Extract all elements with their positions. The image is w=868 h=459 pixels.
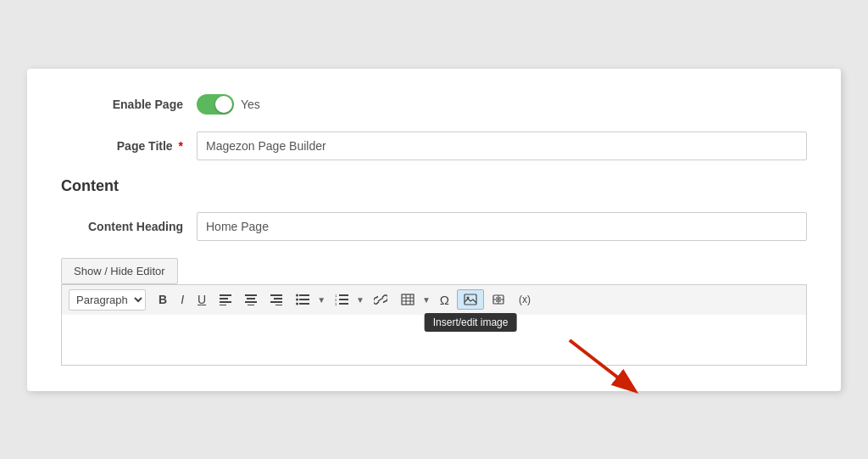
svg-rect-13 <box>299 294 309 296</box>
content-heading-input[interactable] <box>197 212 807 241</box>
page-title-input[interactable] <box>197 132 807 160</box>
enable-page-row: Enable Page Yes <box>61 94 807 115</box>
unordered-list-button[interactable] <box>290 289 315 310</box>
link-icon <box>374 294 387 305</box>
svg-rect-19 <box>339 294 348 296</box>
italic-button[interactable]: I <box>175 288 190 311</box>
ordered-list-button[interactable]: 1. 2. 3. <box>329 289 354 310</box>
svg-rect-9 <box>274 298 282 299</box>
link-button[interactable] <box>368 289 393 310</box>
svg-point-14 <box>296 299 298 301</box>
svg-text:3.: 3. <box>335 302 337 305</box>
svg-rect-23 <box>339 303 348 305</box>
unordered-list-icon <box>296 294 309 305</box>
table-button[interactable] <box>395 289 420 310</box>
svg-rect-10 <box>270 301 282 303</box>
enable-page-toggle[interactable] <box>197 94 234 115</box>
svg-point-12 <box>296 294 298 297</box>
svg-rect-8 <box>270 294 282 296</box>
align-left-icon <box>220 294 231 305</box>
svg-rect-0 <box>220 294 231 296</box>
toggle-slider <box>197 94 234 115</box>
svg-rect-35 <box>496 297 501 299</box>
insert-image-icon <box>464 294 477 305</box>
svg-rect-36 <box>496 300 501 302</box>
table-dropdown-arrow: ▼ <box>422 295 431 305</box>
ol-dropdown-arrow: ▼ <box>356 295 364 305</box>
ordered-list-icon: 1. 2. 3. <box>335 294 348 305</box>
svg-rect-21 <box>339 299 348 300</box>
svg-line-24 <box>378 298 383 301</box>
align-left-button[interactable] <box>214 289 237 310</box>
svg-rect-1 <box>220 298 228 299</box>
insert-image-wrapper: Insert/edit image <box>457 289 484 310</box>
page-title-row: Page Title * <box>61 132 807 160</box>
enable-page-label: Enable Page <box>61 98 197 111</box>
svg-rect-15 <box>299 299 309 300</box>
variable-button[interactable]: (x) <box>513 289 537 310</box>
insert-image-button[interactable] <box>457 289 484 310</box>
svg-rect-30 <box>465 294 476 305</box>
toggle-wrapper: Yes <box>197 94 260 115</box>
special-char-button[interactable]: Ω <box>434 288 455 311</box>
paragraph-select[interactable]: Paragraph <box>69 289 146 311</box>
editor-area[interactable] <box>61 315 807 366</box>
toggle-yes-label: Yes <box>241 98 260 111</box>
editor-toolbar: Paragraph B I U <box>61 284 807 315</box>
show-hide-row: Show / Hide Editor <box>61 258 807 284</box>
svg-rect-6 <box>245 301 257 303</box>
content-heading-row: Content Heading <box>61 212 807 241</box>
content-section-heading: Content <box>61 177 807 195</box>
align-center-icon <box>245 294 257 305</box>
align-right-button[interactable] <box>264 289 288 310</box>
svg-point-16 <box>296 303 298 305</box>
underline-button[interactable]: U <box>192 288 212 311</box>
align-center-button[interactable] <box>239 289 263 310</box>
svg-rect-17 <box>299 303 309 305</box>
align-right-icon <box>270 294 282 305</box>
svg-rect-25 <box>402 294 414 305</box>
required-star: * <box>175 139 183 153</box>
svg-rect-7 <box>248 305 254 305</box>
table-icon <box>401 294 415 305</box>
bold-button[interactable]: B <box>153 288 173 311</box>
insert-widget-icon <box>492 294 505 305</box>
svg-rect-2 <box>220 301 231 303</box>
page-title-label: Page Title * <box>61 139 197 153</box>
main-card: Enable Page Yes Page Title * Content Con… <box>27 69 841 391</box>
svg-rect-5 <box>247 298 255 299</box>
content-heading-label: Content Heading <box>61 220 197 233</box>
svg-rect-4 <box>245 294 257 296</box>
show-hide-editor-button[interactable]: Show / Hide Editor <box>61 258 178 284</box>
svg-rect-3 <box>220 305 226 305</box>
insert-widget-button[interactable] <box>486 289 511 310</box>
ul-dropdown-arrow: ▼ <box>317 295 326 305</box>
svg-rect-11 <box>275 305 282 305</box>
